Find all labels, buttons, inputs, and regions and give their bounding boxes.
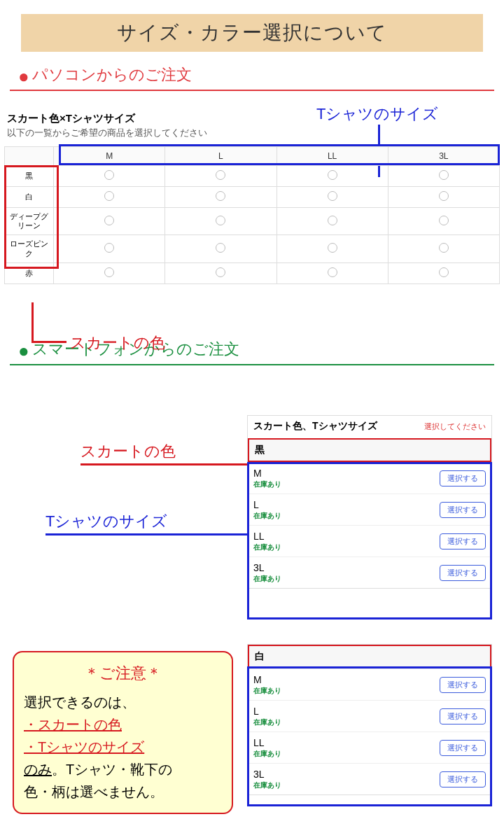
radio-cell[interactable] (276, 166, 388, 187)
caution-text: 。Tシャツ・靴下の (52, 762, 172, 777)
pc-matrix-title: スカート色×Tシャツサイズ (4, 112, 500, 125)
radio-cell[interactable] (165, 262, 276, 284)
connector-line (31, 302, 34, 343)
caution-box: ＊ご注意＊ 選択できるのは、 ・スカートの色 ・Tシャツのサイズ のみ。Tシャツ… (13, 651, 233, 814)
sp-title-row: スカート色、Tシャツサイズ 選択してください (248, 416, 491, 438)
select-button[interactable]: 選択する (440, 470, 486, 486)
caution-option: ・Tシャツのサイズ (24, 736, 222, 758)
stock-label: 在庫あり (253, 542, 281, 552)
caution-title: ＊ご注意＊ (24, 661, 222, 685)
size-label: 3L (253, 769, 265, 780)
size-label: 3L (253, 562, 265, 573)
radio-cell[interactable] (165, 235, 276, 262)
table-corner (5, 147, 54, 166)
caution-line: 色・柄は選べません。 (24, 780, 222, 803)
sp-color-head: 白 (248, 645, 491, 668)
size-label: LL (253, 737, 265, 748)
radio-cell[interactable] (388, 262, 499, 284)
radio-icon (439, 243, 449, 253)
caution-underline: のみ (24, 762, 52, 777)
page-title-banner: サイズ・カラー選択について (21, 14, 483, 52)
radio-cell[interactable] (276, 235, 388, 262)
radio-icon (328, 216, 337, 225)
size-label: L (253, 706, 259, 717)
size-label: L (253, 499, 259, 510)
sp-panel-title: スカート色、Tシャツサイズ (253, 420, 377, 433)
select-button[interactable]: 選択する (440, 771, 486, 788)
select-button[interactable]: 選択する (440, 677, 486, 693)
color-label: ローズピンク (5, 235, 54, 262)
select-button[interactable]: 選択する (440, 565, 486, 581)
sp-size-item: M在庫あり 選択する (248, 668, 491, 700)
radio-icon (328, 267, 337, 277)
sp-size-item: 3L在庫あり 選択する (248, 556, 491, 588)
radio-icon (216, 216, 225, 225)
bullet-icon: ● (18, 342, 29, 360)
size-label: M (253, 468, 262, 479)
radio-icon (104, 267, 114, 277)
radio-icon (328, 170, 337, 180)
radio-cell[interactable] (54, 166, 165, 187)
radio-cell[interactable] (276, 187, 388, 208)
select-button[interactable]: 選択する (440, 502, 486, 518)
radio-cell[interactable] (388, 187, 499, 208)
sp-panel-1: スカート色、Tシャツサイズ 選択してください 黒 M在庫あり 選択する L在庫あ… (247, 415, 492, 589)
radio-icon (328, 243, 337, 253)
sp-color-head: 黒 (248, 438, 491, 462)
radio-icon (439, 216, 449, 225)
radio-cell[interactable] (54, 262, 165, 284)
radio-cell[interactable] (388, 235, 499, 262)
color-label: 黒 (5, 166, 54, 187)
pc-matrix-block: スカート色×Tシャツサイズ 以下の一覧からご希望の商品を選択してください M L… (4, 112, 500, 284)
radio-cell[interactable] (276, 262, 388, 284)
radio-icon (104, 170, 114, 180)
radio-cell[interactable] (165, 187, 276, 208)
stock-label: 在庫あり (253, 749, 281, 759)
size-header: LL (276, 147, 388, 166)
sp-size-list: M在庫あり 選択する L在庫あり 選択する LL在庫あり 選択する 3L在庫あり… (248, 462, 491, 588)
radio-cell[interactable] (54, 187, 165, 208)
radio-icon (104, 243, 114, 253)
stock-label: 在庫あり (253, 780, 281, 790)
sp-please-select: 選択してください (424, 421, 486, 432)
connector-line (31, 341, 66, 343)
radio-icon (216, 191, 225, 201)
pc-matrix-table: M L LL 3L 黒 白 ディープグリーン ローズピンク (4, 146, 500, 284)
pc-matrix-subtitle: 以下の一覧からご希望の商品を選択してください (4, 125, 500, 146)
select-button[interactable]: 選択する (440, 740, 486, 756)
size-label: LL (253, 531, 265, 542)
radio-cell[interactable] (165, 208, 276, 235)
radio-cell[interactable] (388, 208, 499, 235)
bullet-icon: ● (18, 67, 29, 85)
caution-option: ・スカートの色 (24, 713, 222, 736)
radio-cell[interactable] (388, 166, 499, 187)
size-label: M (253, 674, 262, 685)
sp-size-item: L在庫あり 選択する (248, 700, 491, 732)
stock-label: 在庫あり (253, 574, 281, 584)
radio-cell[interactable] (165, 166, 276, 187)
radio-icon (328, 191, 337, 201)
sp-size-item: L在庫あり 選択する (248, 493, 491, 525)
stock-label: 在庫あり (253, 686, 281, 696)
select-button[interactable]: 選択する (440, 708, 486, 724)
section-heading-pc: ● パソコンからのご注文 (10, 52, 494, 91)
radio-cell[interactable] (54, 208, 165, 235)
callout-skirt-color-pc: スカートの色 (70, 332, 165, 354)
section-heading-pc-label: パソコンからのご注文 (32, 64, 192, 85)
sp-panel-2: 白 M在庫あり 選択する L在庫あり 選択する LL在庫あり 選択する 3L在庫… (247, 644, 492, 795)
sp-size-list: M在庫あり 選択する L在庫あり 選択する LL在庫あり 選択する 3L在庫あり… (248, 668, 491, 794)
radio-icon (216, 267, 225, 277)
stock-label: 在庫あり (253, 479, 281, 489)
select-button[interactable]: 選択する (440, 533, 486, 550)
radio-icon (104, 191, 114, 201)
radio-icon (439, 170, 449, 180)
connector-line (80, 463, 247, 465)
color-label: 白 (5, 187, 54, 208)
caution-line: 選択できるのは、 (24, 691, 222, 713)
sp-size-item: LL在庫あり 選択する (248, 732, 491, 763)
radio-cell[interactable] (54, 235, 165, 262)
size-header: 3L (388, 147, 499, 166)
radio-icon (439, 191, 449, 201)
sp-size-item: 3L在庫あり 選択する (248, 763, 491, 794)
radio-cell[interactable] (276, 208, 388, 235)
